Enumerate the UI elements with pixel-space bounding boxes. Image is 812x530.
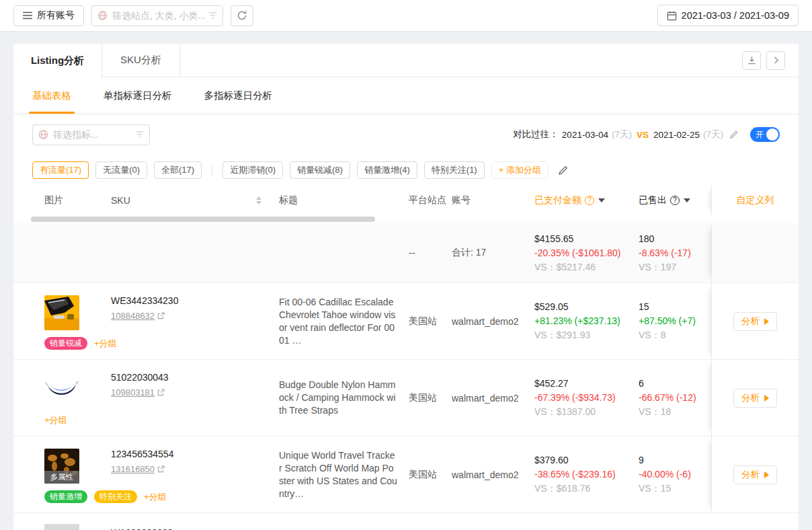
product-image-cell	[44, 360, 111, 407]
subtab-multi-metric[interactable]: 多指标逐日分析	[204, 77, 273, 114]
edit-groups-icon[interactable]	[558, 165, 569, 176]
product-image-car-visor[interactable]	[44, 295, 79, 330]
product-image-cell	[44, 283, 111, 330]
edit-compare-icon[interactable]	[729, 130, 739, 139]
product-image-cell	[44, 524, 111, 530]
paid-value: $529.05	[534, 300, 639, 314]
col-header-sold[interactable]: 已售出 ?	[639, 194, 711, 206]
site-filter-input[interactable]	[91, 5, 223, 26]
refresh-button[interactable]	[231, 5, 253, 26]
sold-vs: VS：18	[639, 405, 711, 419]
table-row: 51022030043 109803181 +分组 Budge Double N…	[13, 359, 799, 436]
chip-all[interactable]: 全部(17)	[154, 161, 202, 179]
paid-change: -67.39% (-$934.73)	[534, 391, 639, 405]
subtab-single-metric[interactable]: 单指标逐日分析	[104, 77, 172, 114]
row-tags: 销量激增 特别关注 +分组	[44, 490, 167, 503]
sold-value: 6	[639, 377, 711, 391]
question-circle-icon[interactable]: ?	[670, 196, 680, 205]
filter-funnel-icon	[135, 131, 144, 139]
horizontal-scrollbar	[13, 215, 799, 223]
sold-cell: 15 +87.50% (+7) VS：8	[639, 300, 711, 342]
play-icon	[764, 318, 769, 325]
date-range-label: 2021-03-03 / 2021-03-09	[682, 10, 789, 21]
main-card: Listing分析 SKU分析 基础表格 单指标逐日分析 多指标逐日分析 对比过…	[13, 44, 799, 530]
subtab-basic-table[interactable]: 基础表格	[32, 77, 71, 114]
summary-sold: 180 -8.63% (-17) VS：197	[639, 232, 711, 274]
subtab-basic-label: 基础表格	[32, 89, 71, 102]
chip-slow-moving[interactable]: 近期滞销(0)	[222, 161, 283, 179]
item-id-link[interactable]: 109803181	[111, 387, 155, 398]
calendar-icon	[667, 11, 677, 21]
subtab-multi-label: 多指标逐日分析	[204, 89, 273, 102]
play-icon	[764, 471, 769, 478]
action-cell: 分析	[711, 360, 799, 436]
sold-value: 15	[639, 300, 711, 314]
add-to-group-link[interactable]: +分组	[144, 491, 167, 503]
add-to-group-link[interactable]: +分组	[44, 414, 67, 426]
metric-filter-input[interactable]	[32, 124, 150, 145]
analyze-button[interactable]: 分析	[733, 312, 777, 331]
caret-down-icon[interactable]	[684, 198, 690, 202]
chip-no-traffic[interactable]: 无流量(0)	[95, 161, 147, 179]
item-id-link[interactable]: 108848632	[111, 311, 155, 321]
analyze-button[interactable]: 分析	[733, 389, 777, 408]
analyze-label: 分析	[741, 469, 760, 481]
item-id-link[interactable]: 131616850	[111, 464, 155, 474]
subtab-single-label: 单指标逐日分析	[104, 89, 172, 102]
chip-special-watch[interactable]: 特别关注(1)	[424, 161, 485, 179]
analyze-label: 分析	[741, 392, 760, 404]
sold-change: +87.50% (+7)	[639, 314, 711, 328]
analyze-button[interactable]: 分析	[733, 465, 777, 484]
product-image-world-map[interactable]: 多属性	[44, 449, 79, 484]
account-cell: walmart_demo2	[452, 393, 534, 404]
col-header-sku[interactable]: SKU	[111, 195, 279, 206]
external-link-icon[interactable]	[157, 312, 165, 319]
compare-current-date: 2021-03-04	[562, 130, 608, 140]
date-range-button[interactable]: 2021-03-03 / 2021-03-09	[657, 5, 799, 26]
compare-toggle[interactable]: 开	[750, 127, 780, 142]
sku-text: WA898803032	[111, 524, 279, 530]
tab-toolbar	[180, 44, 799, 77]
download-button[interactable]	[742, 51, 761, 70]
tab-listing-label: Listing分析	[31, 54, 84, 67]
sku-cell: 123456534554 131616850	[111, 437, 279, 474]
platform-cell: 美国站	[409, 392, 452, 404]
title-cell: Budge Double Nylon Hammock / Camping Ham…	[279, 379, 409, 417]
summary-row: -- 合计: 17 $4155.65 -20.35% (-$1061.80) V…	[13, 223, 799, 282]
paid-cell: $452.27 -67.39% (-$934.73) VS：$1387.00	[534, 377, 639, 419]
external-link-icon[interactable]	[157, 465, 165, 473]
all-accounts-button[interactable]: 所有账号	[13, 5, 84, 26]
col-header-paid-label: 已支付金额	[534, 194, 581, 206]
chip-sales-surge[interactable]: 销量激增(4)	[357, 161, 417, 179]
chip-has-traffic[interactable]: 有流量(17)	[32, 161, 89, 179]
col-header-custom[interactable]: 自定义列	[711, 186, 799, 215]
account-cell: walmart_demo2	[452, 469, 534, 480]
col-header-sku-label: SKU	[111, 195, 130, 206]
external-link-icon[interactable]	[157, 389, 165, 396]
platform-cell: 美国站	[409, 469, 452, 481]
title-cell: Unique World Travel Tracker Scratch Off …	[279, 449, 409, 500]
sku-text: WE3442334230	[111, 295, 279, 306]
add-group-button[interactable]: + 添加分组	[491, 161, 549, 179]
all-accounts-label: 所有账号	[37, 9, 75, 22]
chip-sales-drop[interactable]: 销量锐减(8)	[290, 161, 350, 179]
tab-listing-analysis[interactable]: Listing分析	[13, 44, 102, 77]
question-circle-icon[interactable]: ?	[585, 196, 594, 205]
sort-icon[interactable]	[256, 196, 261, 204]
expand-button[interactable]	[766, 51, 785, 70]
col-header-paid[interactable]: 已支付金额 ?	[534, 194, 639, 206]
summary-paid-value: $4155.65	[534, 232, 639, 246]
add-to-group-link[interactable]: +分组	[94, 338, 117, 350]
tab-sku-analysis[interactable]: SKU分析	[102, 44, 180, 77]
sold-change: -40.00% (-6)	[639, 467, 711, 482]
compare-past-days: (7天)	[703, 128, 723, 141]
caret-down-icon[interactable]	[598, 198, 605, 202]
product-image[interactable]	[44, 524, 79, 530]
sold-change: -66.67% (-12)	[639, 391, 711, 405]
col-header-account: 账号	[452, 194, 534, 206]
table-row: 多属性 123456534554 131616850 销量激增 特别关注 +分组…	[13, 436, 799, 513]
product-image-hammock[interactable]	[44, 372, 79, 407]
download-icon	[747, 55, 757, 65]
scrollbar-thumb[interactable]	[31, 217, 375, 222]
paid-cell: $379.60 -38.65% (-$239.16) VS：$618.76	[534, 453, 639, 496]
